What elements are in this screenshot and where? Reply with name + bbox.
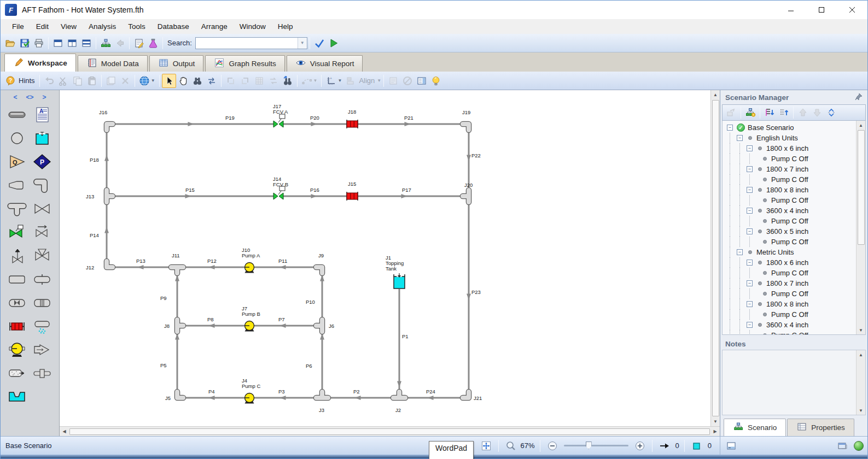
- fluid-properties-button[interactable]: [146, 36, 160, 50]
- junction-J7[interactable]: [245, 321, 254, 332]
- canvas-vertical-scrollbar[interactable]: ▲ ▼: [710, 90, 720, 426]
- vscroll-thumb[interactable]: [712, 100, 719, 416]
- model-notes-button[interactable]: [132, 36, 146, 50]
- undo-button[interactable]: [42, 74, 56, 88]
- minimize-button[interactable]: [776, 1, 806, 19]
- toolbox-relief-valve-icon[interactable]: [5, 246, 29, 265]
- pipe-segments-button[interactable]: ▼: [300, 74, 319, 88]
- disable-junction-button[interactable]: [400, 74, 415, 88]
- find-button[interactable]: [190, 74, 205, 88]
- back-button[interactable]: [113, 36, 127, 50]
- zoom-in-button[interactable]: [633, 439, 647, 453]
- compact-view-button[interactable]: [824, 105, 838, 120]
- junction-J20[interactable]: [463, 190, 469, 202]
- scroll-up-icon[interactable]: ▲: [859, 121, 863, 130]
- apply-button[interactable]: [312, 36, 327, 50]
- print-button[interactable]: [32, 36, 46, 50]
- tree-collapse-icon[interactable]: −: [747, 280, 753, 286]
- toggle-panel-button[interactable]: [724, 439, 738, 453]
- toolbox-screen-icon[interactable]: [30, 293, 54, 312]
- hints-button[interactable]: ?: [3, 74, 18, 88]
- scenario-node-metric-units[interactable]: −Metric Units: [725, 247, 856, 257]
- search-dropdown-icon[interactable]: ▼: [298, 38, 307, 49]
- delete-button[interactable]: [118, 74, 132, 88]
- zoom-indicator[interactable]: [504, 439, 518, 453]
- close-button[interactable]: [837, 1, 867, 19]
- find-special-button[interactable]: [281, 74, 295, 88]
- tree-collapse-icon[interactable]: −: [747, 228, 753, 234]
- create-child-scenario-button[interactable]: [743, 105, 758, 120]
- tree-collapse-icon[interactable]: −: [747, 301, 753, 307]
- junction-J2[interactable]: [393, 392, 405, 398]
- open-button[interactable]: [3, 36, 18, 50]
- scroll-right-icon[interactable]: ▶: [710, 427, 720, 436]
- menu-tools[interactable]: Tools: [122, 20, 152, 33]
- annotation-tool-button[interactable]: [386, 74, 400, 88]
- layout-tile-vertical-button[interactable]: [65, 36, 79, 50]
- junction-J13[interactable]: [107, 190, 113, 202]
- junction-J9[interactable]: [316, 267, 322, 273]
- toolbox-volume-balance-icon[interactable]: [5, 364, 29, 382]
- toolbox-tee-icon[interactable]: [5, 199, 29, 218]
- toolbox-check-valve-icon[interactable]: [30, 223, 54, 242]
- scenario-node-pump-c-off[interactable]: Pump C Off: [725, 289, 856, 299]
- notes-scrollbar[interactable]: ▲ ▼: [856, 350, 865, 415]
- scenario-node-pump-c-off[interactable]: Pump C Off: [725, 195, 856, 205]
- scenario-node-base-scenario[interactable]: −✓Base Scenario: [725, 122, 856, 133]
- toolbox-assigned-flow-icon[interactable]: Q: [5, 152, 29, 171]
- scenario-manager-button[interactable]: [98, 36, 113, 50]
- search-combobox[interactable]: ▼: [195, 37, 307, 49]
- scenario-node-pump-c-off[interactable]: Pump C Off: [725, 268, 856, 278]
- search-input[interactable]: [196, 38, 298, 48]
- toolbox-jet-pump-icon[interactable]: [30, 340, 54, 359]
- tree-scroll-thumb[interactable]: [858, 130, 865, 245]
- tree-collapse-icon[interactable]: −: [727, 125, 733, 131]
- scenario-node-1800-x-7-inch[interactable]: −1800 x 7 inch: [725, 278, 856, 289]
- toolbox-next-icon[interactable]: >: [43, 93, 46, 101]
- scenario-node-3600-x-5-inch[interactable]: −3600 x 5 inch: [725, 226, 856, 237]
- junction-J8[interactable]: [177, 320, 183, 332]
- reverse-direction-button[interactable]: [205, 74, 219, 88]
- selected-junctions-indicator[interactable]: [690, 439, 704, 453]
- toolbox-spray-discharge-icon[interactable]: [30, 317, 54, 336]
- junction-J5[interactable]: [177, 392, 183, 398]
- scenario-node-english-units[interactable]: −English Units: [725, 133, 856, 143]
- junction-J16[interactable]: [107, 124, 113, 130]
- scroll-up-icon[interactable]: ▲: [711, 90, 720, 99]
- workspace-canvas[interactable]: P19P20P21P18P22P15P16P17P14P13P12P11P23P…: [60, 90, 710, 426]
- pin-icon[interactable]: [855, 93, 863, 102]
- layout-primary-button[interactable]: [51, 36, 65, 50]
- notes-area[interactable]: ▲ ▼: [722, 350, 866, 415]
- align-tool-button[interactable]: [343, 74, 358, 88]
- scenario-node-pump-c-off[interactable]: Pump C Off: [725, 174, 856, 185]
- tree-scrollbar[interactable]: ▲ ▼: [856, 121, 865, 334]
- duplicate-button[interactable]: [104, 74, 118, 88]
- menu-file[interactable]: File: [6, 20, 30, 33]
- toolbox-assigned-pressure-icon[interactable]: P: [30, 152, 54, 171]
- hscroll-thumb[interactable]: [69, 428, 710, 435]
- tab-model-data[interactable]: Model Data: [78, 55, 148, 72]
- toolbox-prev-icon[interactable]: <: [13, 93, 17, 101]
- menu-view[interactable]: View: [55, 20, 83, 33]
- toolbox-heat-exchanger-icon[interactable]: [5, 317, 29, 336]
- pan-tool-button[interactable]: [176, 74, 190, 88]
- restore-panel-button[interactable]: [835, 439, 849, 453]
- toolbox-pipe-icon[interactable]: [5, 105, 29, 124]
- tree-collapse-icon[interactable]: −: [747, 187, 753, 193]
- scenario-node-pump-c-off[interactable]: Pump C Off: [725, 309, 856, 320]
- scroll-left-icon[interactable]: ◀: [60, 427, 69, 436]
- scenario-node-1800-x-6-inch[interactable]: −1800 x 6 inch: [725, 143, 856, 154]
- flip-vertical-button[interactable]: [266, 74, 281, 88]
- quick-access-panel-button[interactable]: [415, 74, 429, 88]
- scale-position-button[interactable]: +▼: [324, 74, 343, 88]
- expand-tree-button[interactable]: [762, 105, 777, 120]
- menu-edit[interactable]: Edit: [30, 20, 55, 33]
- scenario-node-1800-x-8-inch[interactable]: −1800 x 8 inch: [725, 185, 856, 195]
- toolbox-bend-icon[interactable]: [30, 176, 54, 195]
- selected-pipes-indicator[interactable]: [657, 439, 672, 453]
- junction-J19[interactable]: [463, 124, 469, 130]
- toolbox-three-way-valve-icon[interactable]: [30, 246, 54, 265]
- toolbox-venturi-icon[interactable]: [30, 270, 54, 289]
- menu-database[interactable]: Database: [152, 20, 195, 33]
- toolbox-pump-icon[interactable]: [5, 340, 29, 359]
